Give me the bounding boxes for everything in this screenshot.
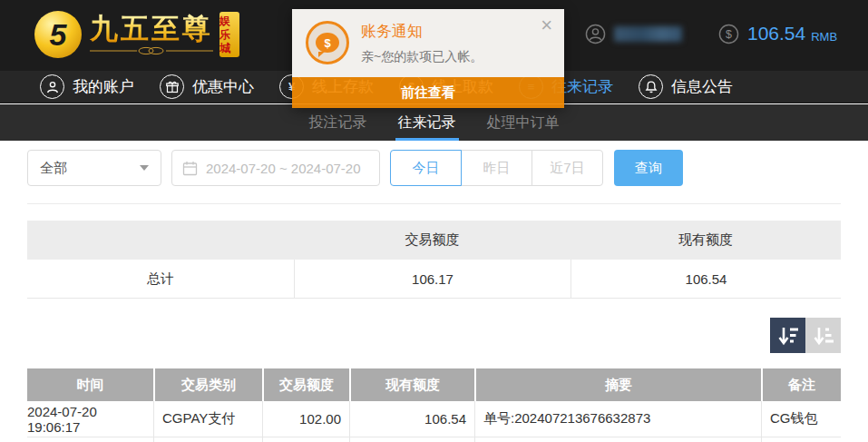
date-range-value: 2024-07-20 ~ 2024-07-20 (206, 161, 361, 176)
user-area: $ 106.54 RMB (585, 23, 837, 44)
sort-ascending-button[interactable] (805, 318, 841, 353)
col-balance: 现有额度 (349, 368, 474, 401)
summary-col-empty (27, 221, 294, 260)
quick-range-group: 今日 昨日 近7日 (390, 150, 603, 186)
tab-bet-records[interactable]: 投注记录 (307, 104, 370, 141)
avatar-icon[interactable] (585, 24, 606, 44)
svg-text:$: $ (726, 27, 732, 40)
close-icon[interactable]: × (541, 15, 552, 35)
cell-amount: 102.00 (262, 401, 349, 437)
chevron-down-icon (140, 165, 149, 171)
summary-col-amount: 交易额度 (294, 221, 571, 260)
quick-yesterday-button[interactable]: 昨日 (461, 150, 532, 186)
transactions-table: 时间 交易类别 交易额度 现有额度 摘要 备注 2024-07-20 19:06… (27, 368, 841, 442)
sub-nav: 投注记录 往来记录 处理中订单 (0, 104, 868, 141)
summary-table: 交易额度 现有额度 总计 106.17 106.54 (27, 221, 841, 299)
col-note: 备注 (761, 368, 841, 401)
table-row: 2024-07-20 19:06:17 CGPAY支付 102.00 106.5… (27, 401, 841, 437)
page: 5 九五至尊 娱乐城 $ 1 (0, 0, 868, 442)
balance-amount[interactable]: 106.54 (747, 23, 805, 44)
cell-note: CG钱包 (761, 401, 841, 437)
nav-item-promotions[interactable]: 优惠中心 (160, 74, 254, 99)
sort-controls (27, 318, 841, 353)
coin-icon: $ (718, 24, 739, 44)
filter-row: 全部 2024-07-20 ~ 2024-07-20 今日 昨日 近7日 查询 (27, 150, 841, 186)
quick-today-button[interactable]: 今日 (390, 150, 462, 186)
sort-descending-button[interactable] (770, 318, 805, 353)
summary-total-amount: 106.17 (294, 260, 571, 298)
notification-message: 亲~您的款项已入帐。 (361, 49, 483, 65)
cell-time: 2024-07-20 19:06:17 (27, 401, 153, 437)
brand-name: 九五至尊 (90, 14, 213, 44)
notification-action-button[interactable]: 前往查看 (292, 77, 564, 108)
table-header-row: 时间 交易类别 交易额度 现有额度 摘要 备注 (27, 368, 841, 401)
date-range-input[interactable]: 2024-07-20 ~ 2024-07-20 (171, 150, 380, 186)
table-row-partial (27, 437, 841, 442)
category-select[interactable]: 全部 (27, 150, 161, 186)
currency-label: RMB (811, 25, 837, 44)
cell-balance: 106.54 (349, 401, 474, 437)
col-summary: 摘要 (474, 368, 761, 401)
notification-popup: $ 账务通知 亲~您的款项已入帐。 × 前往查看 (292, 9, 564, 108)
nav-item-announcements[interactable]: 信息公告 (639, 74, 733, 99)
summary-total-balance: 106.54 (571, 260, 841, 298)
bell-icon (639, 74, 663, 99)
cell-summary: 单号:202407213676632873 (474, 401, 761, 437)
search-button[interactable]: 查询 (614, 150, 683, 186)
sort-desc-icon (776, 324, 800, 348)
col-time: 时间 (27, 368, 153, 401)
sort-asc-icon (812, 324, 835, 348)
quick-7days-button[interactable]: 近7日 (532, 150, 603, 186)
brand-badge: 娱乐城 (219, 12, 239, 57)
divider (27, 203, 841, 204)
tab-transaction-records[interactable]: 往来记录 (395, 104, 459, 141)
category-selected-value: 全部 (40, 160, 67, 177)
username-redacted[interactable] (614, 26, 682, 42)
calendar-icon (182, 161, 198, 176)
summary-total-label: 总计 (27, 260, 294, 298)
summary-header: 交易额度 现有额度 (27, 221, 841, 260)
summary-total-row: 总计 106.17 106.54 (27, 260, 841, 299)
notification-body: $ 账务通知 亲~您的款项已入帐。 × (292, 9, 564, 77)
site-logo[interactable]: 5 九五至尊 娱乐城 (34, 11, 239, 58)
nav-label: 信息公告 (671, 76, 733, 97)
money-notification-icon: $ (306, 21, 349, 64)
summary-col-balance: 现有额度 (571, 221, 841, 260)
cell-category: CGPAY支付 (153, 401, 262, 437)
tab-pending-orders[interactable]: 处理中订单 (484, 104, 562, 141)
col-category: 交易类别 (153, 368, 262, 401)
nav-item-my-account[interactable]: 我的账户 (40, 74, 134, 99)
user-icon (40, 74, 64, 99)
notification-title: 账务通知 (361, 21, 423, 42)
logo-95-icon: 5 (34, 11, 82, 58)
content: 全部 2024-07-20 ~ 2024-07-20 今日 昨日 近7日 查询 (0, 141, 868, 442)
gift-icon (160, 74, 184, 99)
nav-label: 优惠中心 (192, 76, 254, 97)
nav-label: 我的账户 (73, 76, 134, 97)
dollar-bubble-icon: $ (316, 33, 339, 53)
col-amount: 交易额度 (262, 368, 349, 401)
logo-flourish (90, 46, 213, 55)
